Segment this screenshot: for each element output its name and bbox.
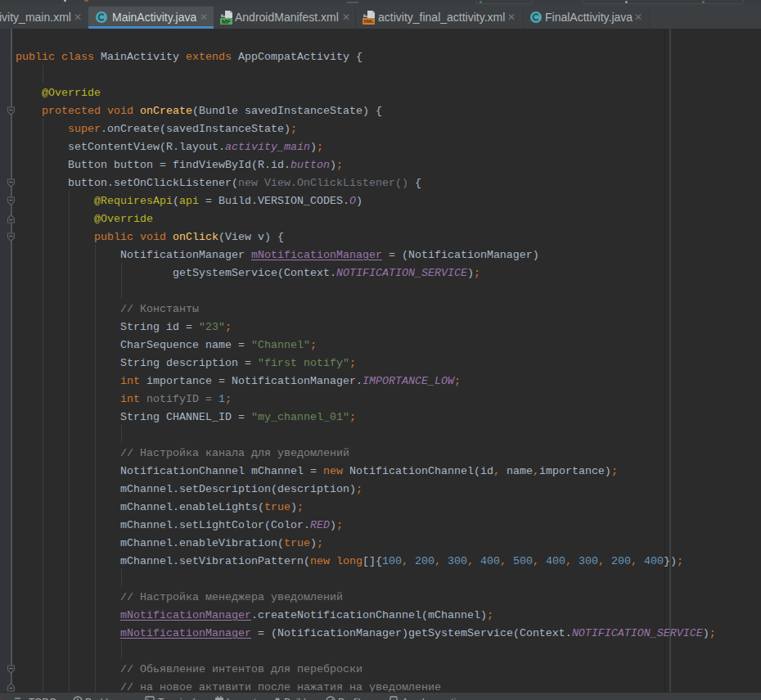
svg-text:XML: XML — [363, 18, 374, 24]
svg-text:MF: MF — [222, 18, 231, 25]
